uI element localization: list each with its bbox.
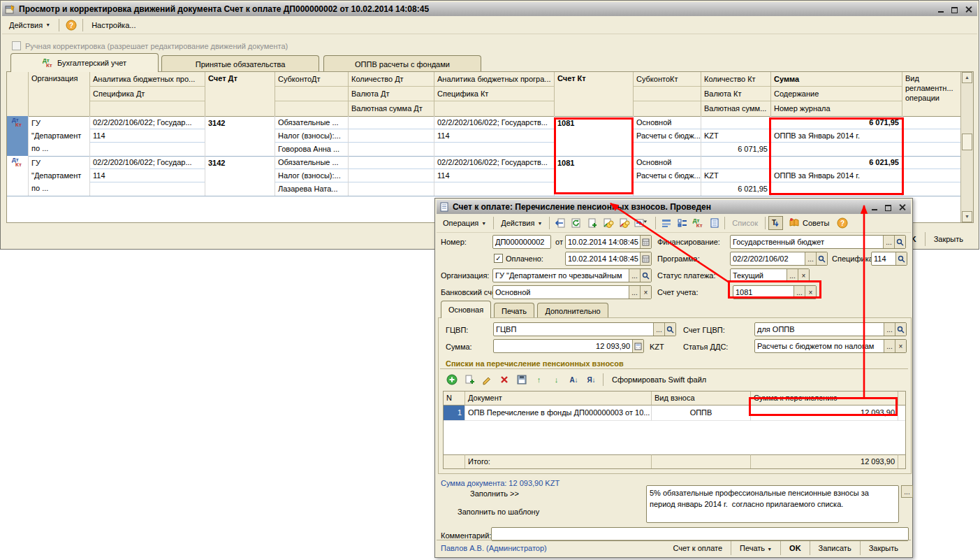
col-subkonto-kt[interactable]: СубконтоКт: [634, 72, 701, 87]
maximize-icon[interactable]: [882, 202, 894, 213]
copy-row-icon[interactable]: [462, 373, 476, 387]
minimize-icon[interactable]: [868, 202, 880, 213]
payment-status-field[interactable]: Текущий...×: [730, 268, 810, 282]
ellipsis-icon[interactable]: ...: [629, 286, 640, 299]
ellipsis-icon[interactable]: ...: [901, 485, 913, 498]
col-currency-dt[interactable]: Валюта Дт: [349, 87, 434, 101]
clear-x-icon[interactable]: ×: [640, 286, 651, 299]
table-scrollbar[interactable]: ▲ ▼: [960, 72, 973, 222]
ellipsis-icon[interactable]: ...: [805, 252, 816, 265]
program-field[interactable]: 02/2/202/106/02...: [730, 252, 828, 266]
post-document-icon[interactable]: [553, 216, 567, 230]
paid-checkbox[interactable]: ✓: [494, 254, 503, 263]
col-kind[interactable]: Вид взноса: [652, 392, 751, 405]
tab-accounting[interactable]: ДтКт Бухгалтерский учет: [10, 53, 159, 72]
calculator-icon[interactable]: [632, 340, 643, 352]
sort-asc-icon[interactable]: А↓: [566, 373, 581, 387]
magnifier-icon[interactable]: [894, 236, 905, 248]
ok-button[interactable]: OK: [780, 541, 810, 555]
comment-field[interactable]: [491, 527, 909, 541]
fill-by-template-button[interactable]: Заполнить по шаблону: [453, 505, 543, 519]
col-amount[interactable]: Сумма к перечислению: [751, 392, 898, 405]
col-subkonto-dt[interactable]: СубконтоДт: [275, 72, 348, 87]
maximize-icon[interactable]: [949, 4, 960, 15]
close-icon[interactable]: [896, 202, 908, 213]
scroll-up-icon[interactable]: ▲: [962, 72, 972, 83]
save-button[interactable]: Записать: [810, 541, 860, 555]
col-currency-sum-dt[interactable]: Валютная сумма Дт: [349, 101, 434, 116]
ellipsis-icon[interactable]: ...: [653, 323, 664, 336]
ellipsis-icon[interactable]: ...: [884, 323, 895, 336]
col-account-dt[interactable]: Счет Дт: [205, 72, 275, 85]
settings-button[interactable]: Настройка...: [87, 18, 140, 32]
move-up-icon[interactable]: ↑: [532, 373, 546, 387]
financing-field[interactable]: Государственный бюджет...: [730, 235, 906, 249]
structure-icon[interactable]: [659, 216, 673, 230]
calendar-icon[interactable]: [640, 236, 651, 248]
account-field[interactable]: 1081...×: [733, 285, 817, 299]
close-icon[interactable]: [963, 4, 974, 15]
magnifier-icon[interactable]: [640, 269, 651, 282]
dds-field[interactable]: Расчеты с бюджетом по налогам...×: [754, 339, 907, 353]
purpose-textarea[interactable]: [646, 485, 899, 523]
col-analytics-kt[interactable]: Аналитика бюджетных програ...: [434, 72, 554, 87]
move-down-icon[interactable]: ↓: [549, 373, 564, 387]
refresh-icon[interactable]: [569, 216, 583, 230]
tab-oppv-funds[interactable]: ОППВ расчеты с фондами: [323, 55, 481, 72]
close-button[interactable]: Закрыть: [860, 541, 907, 555]
gcvp-account-field[interactable]: для ОППВ...: [754, 322, 907, 336]
list-row[interactable]: 1 ОПВ Перечисление в фонды ДП000000003 о…: [444, 405, 905, 421]
ellipsis-icon[interactable]: ...: [629, 269, 640, 282]
copy-add-icon[interactable]: [585, 216, 599, 230]
ellipsis-icon[interactable]: ...: [884, 340, 895, 352]
post-income-icon[interactable]: [601, 216, 615, 230]
manual-correction-checkbox[interactable]: [12, 41, 21, 50]
table-row[interactable]: ДтКт ГУ "Департамент по ... 02/2/202/106…: [7, 116, 961, 157]
date-field[interactable]: 10.02.2014 14:08:45: [565, 235, 652, 249]
gcvp-field[interactable]: ГЦВП...: [493, 322, 676, 336]
col-currency-kt[interactable]: Валюта Кт: [701, 87, 770, 101]
col-specifics-dt[interactable]: Специфика Дт: [90, 87, 205, 101]
filter-by-value-icon[interactable]: T: [768, 216, 783, 230]
magnifier-icon[interactable]: [895, 252, 907, 265]
col-journal[interactable]: Номер журнала: [771, 101, 902, 116]
invoice-button[interactable]: Счет к оплате: [664, 541, 731, 555]
edit-row-icon[interactable]: [479, 373, 494, 387]
ellipsis-icon[interactable]: ...: [793, 286, 805, 299]
ellipsis-icon[interactable]: ...: [787, 269, 798, 282]
operation-menu[interactable]: Операция▼: [439, 216, 490, 230]
minimize-icon[interactable]: [935, 4, 946, 15]
delete-row-icon[interactable]: [497, 373, 511, 387]
col-analytics-dt[interactable]: Аналитика бюджетных про...: [90, 72, 205, 87]
col-org[interactable]: Организация: [29, 72, 89, 85]
table-row[interactable]: ДтКт ГУ "Департамент по ... 02/2/202/106…: [7, 156, 961, 196]
col-document[interactable]: Документ: [465, 392, 652, 405]
specifics-field[interactable]: 114: [871, 252, 907, 266]
number-field[interactable]: ДП000000002: [492, 235, 551, 249]
sum-field[interactable]: 12 093,90: [493, 339, 644, 353]
scroll-thumb[interactable]: [962, 134, 972, 150]
col-op-kind[interactable]: Вид регламентн... операции: [902, 72, 960, 104]
close-button[interactable]: Закрыть: [925, 232, 972, 246]
clear-x-icon[interactable]: ×: [805, 286, 816, 299]
actions-menu[interactable]: Действия▼: [497, 216, 546, 230]
post-expense-icon[interactable]: [617, 216, 631, 230]
scroll-down-icon[interactable]: ▼: [962, 211, 972, 222]
calendar-icon[interactable]: [640, 252, 651, 265]
tab-obligations[interactable]: Принятые обязательства: [161, 55, 319, 72]
col-specifics-kt[interactable]: Специфика Кт: [434, 87, 554, 101]
sort-desc-icon[interactable]: Я↓: [584, 373, 599, 387]
tab-print[interactable]: Печать: [494, 303, 534, 318]
magnifier-icon[interactable]: [664, 323, 675, 336]
bank-account-field[interactable]: Основной...×: [492, 285, 652, 299]
col-currency-sum-kt[interactable]: Валютная сумм...: [701, 101, 770, 116]
col-n[interactable]: N: [444, 392, 465, 405]
magnifier-icon[interactable]: [816, 252, 827, 265]
magnifier-icon[interactable]: [895, 323, 906, 336]
clear-x-icon[interactable]: ×: [798, 269, 809, 282]
fill-button[interactable]: Заполнить >>: [466, 487, 523, 501]
tab-main[interactable]: Основная: [441, 301, 491, 318]
tips-button[interactable]: Советы: [784, 216, 833, 230]
help-icon[interactable]: ?: [64, 18, 78, 32]
set-end-icon[interactable]: [514, 373, 529, 387]
